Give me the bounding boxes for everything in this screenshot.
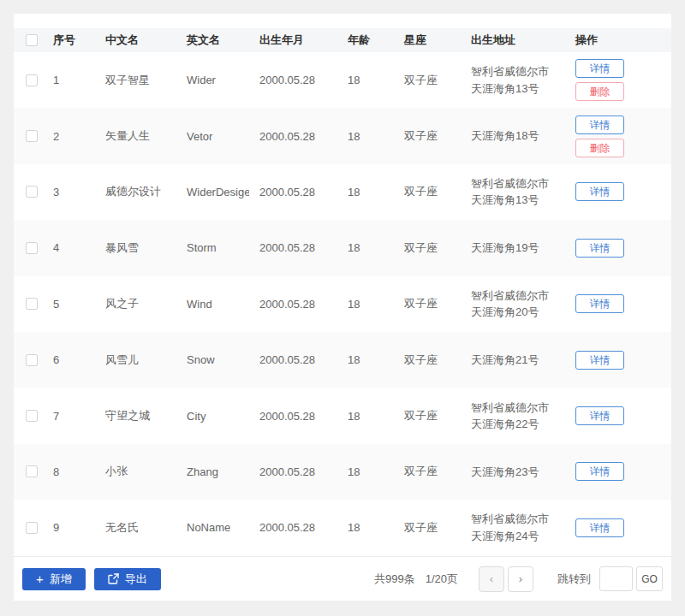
cell-cn-name: 风雪儿 [95, 352, 176, 368]
detail-button[interactable]: 详情 [575, 518, 624, 537]
add-button[interactable]: + 新增 [22, 568, 86, 590]
cell-birth: 2000.05.28 [249, 298, 337, 311]
chevron-left-icon: ‹ [490, 572, 493, 585]
table-row: 2 矢量人生 Vetor 2000.05.28 18 双子座 天涯海角18号 详… [14, 108, 671, 163]
column-header-sign: 星座 [394, 33, 461, 48]
cell-cn-name: 矢量人生 [95, 128, 176, 144]
cell-en-name: Storm [176, 241, 249, 254]
column-header-address: 出生地址 [461, 32, 565, 49]
table-row: 8 小张 Zhang 2000.05.28 18 双子座 天涯海角23号 详情 [14, 444, 671, 500]
cell-en-name: City [176, 410, 249, 423]
detail-button[interactable]: 详情 [575, 182, 624, 201]
cell-birth: 2000.05.28 [249, 410, 337, 423]
table-row: 6 风雪儿 Snow 2000.05.28 18 双子座 天涯海角21号 详情 [14, 332, 671, 388]
cell-en-name: Snow [176, 353, 249, 366]
cell-operations: 详情 [565, 406, 671, 425]
column-header-age: 年龄 [337, 33, 394, 48]
cell-operations: 详情 [565, 462, 671, 481]
detail-button[interactable]: 详情 [575, 116, 624, 134]
row-checkbox[interactable] [26, 74, 38, 86]
delete-button[interactable]: 删除 [575, 139, 624, 157]
cell-cn-name: 风之子 [95, 296, 176, 311]
cell-address: 智利省威德尔市 天涯海角13号 [461, 63, 565, 97]
detail-button[interactable]: 详情 [575, 239, 624, 258]
row-select-cell [14, 242, 43, 254]
cell-en-name: Wind [176, 298, 249, 311]
column-header-birth: 出生年月 [249, 33, 337, 48]
detail-button[interactable]: 详情 [575, 59, 624, 78]
cell-operations: 详情 删除 [565, 59, 671, 101]
cell-address: 天涯海角19号 [461, 240, 565, 257]
export-button[interactable]: 导出 [94, 568, 161, 590]
row-checkbox[interactable] [26, 298, 38, 310]
go-button[interactable]: GO [636, 566, 663, 591]
address-line-1: 天涯海角19号 [471, 241, 539, 254]
cell-address: 智利省威德尔市 天涯海角13号 [461, 175, 565, 209]
cell-en-name: NoName [176, 521, 249, 534]
cell-sign: 双子座 [394, 184, 461, 199]
cell-en-name: Zhang [176, 465, 249, 478]
cell-sign: 双子座 [394, 240, 461, 256]
detail-button[interactable]: 详情 [575, 406, 624, 425]
detail-button[interactable]: 详情 [575, 294, 624, 313]
prev-page-button[interactable]: ‹ [479, 566, 504, 592]
row-select-cell [14, 465, 43, 477]
row-select-cell [14, 298, 43, 310]
cell-operations: 详情 [565, 239, 671, 258]
export-button-label: 导出 [125, 572, 147, 587]
delete-button[interactable]: 删除 [575, 82, 624, 101]
row-checkbox[interactable] [26, 242, 38, 254]
cell-birth: 2000.05.28 [249, 465, 337, 478]
cell-operations: 详情 [565, 351, 671, 370]
cell-age: 18 [337, 241, 394, 254]
column-header-ops: 操作 [565, 33, 671, 48]
row-checkbox[interactable] [26, 186, 38, 198]
cell-sign: 双子座 [394, 464, 461, 479]
row-checkbox[interactable] [26, 465, 38, 477]
table-header-row: 序号 中文名 英文名 出生年月 年龄 星座 出生地址 操作 [14, 28, 671, 52]
jump-page-input[interactable] [599, 566, 633, 591]
cell-index: 9 [43, 521, 95, 534]
cell-age: 18 [337, 298, 394, 311]
cell-birth: 2000.05.28 [249, 353, 337, 366]
cell-cn-name: 暴风雪 [95, 240, 176, 256]
row-select-cell [14, 354, 43, 366]
cell-operations: 详情 [565, 294, 671, 313]
address-line-1: 天涯海角21号 [471, 353, 539, 366]
address-line-2: 天涯海角13号 [471, 193, 539, 206]
toolbar: + 新增 导出 [22, 568, 161, 590]
pagination-total: 共999条 [374, 572, 415, 587]
row-select-cell [14, 186, 43, 198]
select-all-checkbox[interactable] [26, 34, 38, 46]
cell-address: 智利省威德尔市 天涯海角22号 [461, 400, 565, 433]
cell-address: 天涯海角23号 [461, 464, 565, 481]
cell-index: 7 [43, 410, 95, 423]
row-select-cell [14, 410, 43, 422]
address-line-2: 天涯海角22号 [471, 418, 539, 430]
cell-cn-name: 双子智星 [95, 73, 176, 88]
cell-address: 天涯海角18号 [461, 127, 565, 145]
cell-cn-name: 威德尔设计 [95, 184, 176, 199]
cell-index: 6 [43, 353, 95, 366]
cell-cn-name: 守望之城 [95, 408, 176, 424]
chevron-right-icon: › [519, 572, 522, 585]
column-header-cn-name: 中文名 [95, 33, 176, 48]
table-row: 1 双子智星 Wider 2000.05.28 18 双子座 智利省威德尔市 天… [14, 52, 671, 108]
detail-button[interactable]: 详情 [575, 351, 624, 370]
row-checkbox[interactable] [26, 410, 38, 422]
cell-sign: 双子座 [394, 408, 461, 424]
address-line-1: 智利省威德尔市 [471, 177, 549, 190]
cell-operations: 详情 删除 [565, 116, 671, 157]
table-row: 5 风之子 Wind 2000.05.28 18 双子座 智利省威德尔市 天涯海… [14, 276, 671, 332]
detail-button[interactable]: 详情 [575, 462, 624, 481]
table-body: 1 双子智星 Wider 2000.05.28 18 双子座 智利省威德尔市 天… [14, 52, 671, 556]
cell-age: 18 [337, 186, 394, 198]
row-checkbox[interactable] [26, 522, 38, 534]
row-checkbox[interactable] [26, 130, 38, 142]
next-page-button[interactable]: › [508, 566, 533, 592]
cell-birth: 2000.05.28 [249, 130, 337, 143]
jump-to-label: 跳转到 [557, 572, 591, 587]
column-header-en-name: 英文名 [176, 33, 249, 48]
row-checkbox[interactable] [26, 354, 38, 366]
export-icon [108, 573, 119, 584]
